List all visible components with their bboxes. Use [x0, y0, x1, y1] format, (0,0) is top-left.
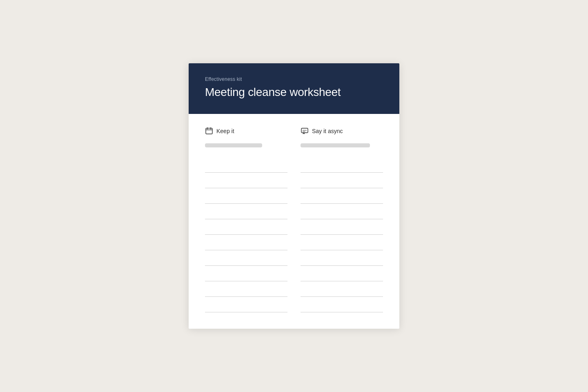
keep-it-title: Keep it	[216, 128, 234, 134]
keep-it-line-10[interactable]	[205, 297, 287, 312]
say-async-line-6[interactable]	[301, 235, 383, 250]
say-async-line-1[interactable]	[301, 157, 383, 173]
card-body: Keep it	[189, 114, 399, 329]
keep-it-placeholder-bar	[205, 143, 262, 147]
keep-it-line-3[interactable]	[205, 188, 287, 204]
say-async-line-9[interactable]	[301, 281, 383, 297]
keep-it-line-6[interactable]	[205, 235, 287, 250]
keep-it-line-8[interactable]	[205, 266, 287, 281]
say-async-column: Say it async	[301, 127, 383, 312]
calendar-icon	[205, 127, 213, 135]
svg-rect-0	[206, 128, 212, 134]
say-async-line-10[interactable]	[301, 297, 383, 312]
page-title: Meeting cleanse worksheet	[205, 85, 383, 99]
say-async-line-3[interactable]	[301, 188, 383, 204]
say-async-header: Say it async	[301, 127, 383, 135]
keep-it-line-5[interactable]	[205, 219, 287, 235]
say-async-line-5[interactable]	[301, 219, 383, 235]
keep-it-input-lines	[205, 157, 287, 312]
message-icon	[301, 127, 309, 135]
columns-row: Keep it	[205, 127, 383, 312]
keep-it-line-9[interactable]	[205, 281, 287, 297]
keep-it-column: Keep it	[205, 127, 287, 312]
worksheet-card: Effectiveness kit Meeting cleanse worksh…	[189, 63, 399, 329]
keep-it-line-4[interactable]	[205, 204, 287, 219]
say-async-title: Say it async	[312, 128, 343, 134]
say-async-line-2[interactable]	[301, 173, 383, 188]
say-async-line-4[interactable]	[301, 204, 383, 219]
say-async-line-8[interactable]	[301, 266, 383, 281]
keep-it-line-2[interactable]	[205, 173, 287, 188]
keep-it-line-7[interactable]	[205, 250, 287, 266]
card-header: Effectiveness kit Meeting cleanse worksh…	[189, 63, 399, 114]
keep-it-header: Keep it	[205, 127, 287, 135]
say-async-line-7[interactable]	[301, 250, 383, 266]
say-async-input-lines	[301, 157, 383, 312]
say-async-placeholder-bar	[301, 143, 370, 147]
kit-label: Effectiveness kit	[205, 76, 383, 82]
keep-it-line-1[interactable]	[205, 157, 287, 173]
